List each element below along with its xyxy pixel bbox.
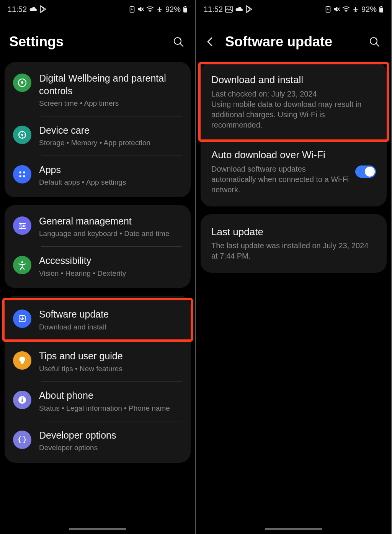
item-subtitle: Last checked on: July 23, 2024Using mobi… [211,89,376,130]
item-title: Auto download over Wi-Fi [211,149,349,162]
general-icon [13,216,31,235]
update-group: Last updateThe last update was installed… [201,214,387,273]
apps-icon [13,165,31,183]
item-subtitle: Vision • Hearing • Dexterity [39,269,182,278]
settings-list: Digital Wellbeing and parental controlsS… [0,62,195,534]
wifi-icon [342,6,350,12]
item-subtitle: The last update was installed on July 23… [211,241,376,261]
chevron-left-icon [205,37,215,47]
status-time: 11:52 [8,5,27,14]
item-title: Tips and user guide [39,350,182,362]
about-icon [13,391,31,409]
airplane-icon [352,6,359,13]
svg-rect-7 [184,7,187,8]
play-store-icon [40,5,47,13]
item-subtitle: Screen time • App timers [39,98,182,108]
search-button[interactable] [171,36,186,48]
svg-rect-6 [185,6,186,7]
update-group: Download and installLast checked on: Jul… [201,62,387,206]
item-title: Last update [211,226,376,239]
a11y-icon [13,256,31,274]
svg-rect-1 [131,6,133,7]
airplane-icon [156,6,163,13]
item-subtitle: Status • Legal information • Phone name [39,403,182,413]
svg-point-23 [21,261,23,263]
item-subtitle: Developer options [39,443,182,453]
search-icon [173,36,184,48]
settings-group: General managementLanguage and keyboard … [5,205,191,288]
nav-pill[interactable] [69,528,126,530]
svg-point-35 [345,11,346,12]
status-bar: 11:52 92% [196,0,391,18]
item-title: Accessibility [39,254,182,267]
battery-icon [183,6,188,13]
item-title: About phone [39,389,182,402]
battery-saver-icon [129,6,135,13]
cloud-icon [235,6,243,12]
svg-point-18 [20,223,22,224]
search-button[interactable] [367,36,382,48]
svg-line-40 [376,44,379,46]
settings-item[interactable]: AppsDefault apps • App settings [5,156,191,195]
item-title: Digital Wellbeing and parental controls [39,72,182,97]
svg-rect-28 [21,399,23,402]
item-subtitle: Useful tips • New features [39,364,182,374]
battery-icon [379,6,384,13]
svg-point-15 [19,175,21,177]
item-title: Download and install [211,74,376,87]
header: Settings [0,18,195,62]
svg-point-20 [23,225,25,227]
toggle-switch[interactable] [355,165,376,178]
settings-item[interactable]: Software updateDownload and install [2,298,193,342]
tips-icon [13,351,31,370]
battery-saver-icon [325,6,331,13]
item-title: Developer options [39,429,182,442]
item-subtitle: Storage • Memory • App protection [39,138,182,148]
settings-item[interactable]: About phoneStatus • Legal information • … [5,382,191,421]
play-store-icon [246,5,253,13]
nav-pill[interactable] [265,528,322,530]
svg-point-4 [149,11,150,12]
item-subtitle: Download and install [39,322,182,332]
svg-rect-32 [327,6,329,7]
phone-right: 11:52 92% [196,0,392,534]
settings-item[interactable]: AccessibilityVision • Hearing • Dexterit… [5,247,191,286]
status-battery-text: 92% [165,5,181,14]
settings-item[interactable]: Digital Wellbeing and parental controlsS… [5,64,191,116]
svg-point-12 [21,134,23,136]
status-time: 11:52 [204,5,223,14]
settings-item[interactable]: Tips and user guideUseful tips • New fea… [5,342,191,381]
wellbeing-icon [13,74,31,92]
settings-item[interactable]: Developer optionsDeveloper options [5,421,191,460]
cloud-icon [29,6,38,12]
dev-icon [13,431,31,449]
item-subtitle: Default apps • App settings [39,177,182,187]
phone-left: 11:52 92% [0,0,196,534]
update-item[interactable]: Download and installLast checked on: Jul… [198,62,389,142]
svg-point-30 [230,7,231,8]
settings-group: Digital Wellbeing and parental controlsS… [5,62,191,197]
status-bar: 11:52 92% [0,0,195,18]
update-item[interactable]: Auto download over Wi-FiDownload softwar… [201,139,387,204]
svg-rect-25 [21,363,23,364]
update-icon [13,310,31,328]
item-title: Device care [39,124,182,137]
mute-icon [333,6,340,13]
svg-point-13 [19,171,21,174]
svg-line-9 [180,44,183,46]
status-battery-text: 92% [361,5,377,14]
header: Software update [196,18,391,62]
svg-rect-37 [381,6,382,7]
settings-group: Software updateDownload and installTips … [5,296,191,463]
svg-rect-38 [380,7,383,8]
mute-icon [137,6,144,13]
image-icon [225,6,233,13]
page-title: Software update [225,34,362,50]
page-title: Settings [9,34,166,50]
settings-item[interactable]: Device careStorage • Memory • App protec… [5,116,191,156]
back-button[interactable] [205,37,220,47]
search-icon [369,36,380,48]
update-item[interactable]: Last updateThe last update was installed… [201,216,387,271]
settings-item[interactable]: General managementLanguage and keyboard … [5,207,191,246]
wifi-icon [146,6,154,12]
